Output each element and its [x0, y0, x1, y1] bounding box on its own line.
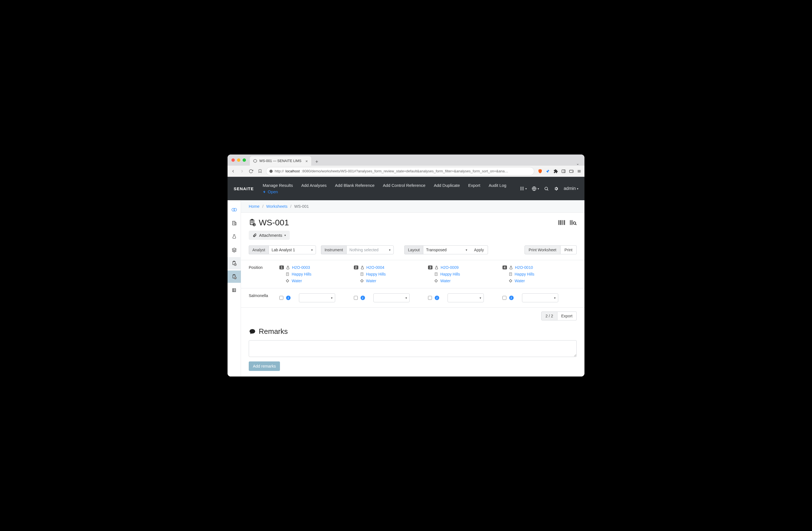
- row-checkbox[interactable]: [428, 296, 432, 300]
- attachments-button[interactable]: Attachments ▾: [249, 231, 290, 240]
- main-content: Home / Worksheets / WS-001 WS-001 Attach…: [241, 200, 584, 376]
- extension-pin-icon[interactable]: [546, 169, 550, 174]
- extensions-icon[interactable]: [553, 169, 558, 174]
- apply-button[interactable]: Apply: [470, 245, 488, 254]
- svg-rect-90: [435, 279, 437, 282]
- sample-link[interactable]: H2O-0004: [366, 265, 385, 270]
- nav-add-duplicate[interactable]: Add Duplicate: [434, 183, 460, 188]
- info-icon[interactable]: i: [361, 296, 365, 300]
- back-button[interactable]: [230, 169, 236, 174]
- apps-menu[interactable]: ▾: [520, 186, 527, 191]
- result-select[interactable]: [448, 293, 484, 302]
- client-link[interactable]: Happy Hills: [292, 272, 311, 276]
- print-worksheet-button[interactable]: Print Worksheet: [524, 245, 561, 254]
- site-info-icon: [269, 169, 273, 173]
- top-nav: Manage Results Add Analyses Add Blank Re…: [263, 180, 514, 197]
- analyst-select[interactable]: Lab Analyst 1: [269, 245, 316, 254]
- sampletype-link[interactable]: Water: [292, 278, 302, 283]
- close-window-icon[interactable]: [231, 158, 235, 162]
- search-icon[interactable]: [544, 186, 549, 191]
- svg-point-22: [234, 208, 237, 211]
- sidebar-item-reports[interactable]: [228, 284, 241, 296]
- address-bar[interactable]: http://localhost:8080/demo/worksheets/WS…: [266, 167, 534, 175]
- breadcrumb-home[interactable]: Home: [249, 204, 260, 209]
- client-link[interactable]: Happy Hills: [366, 272, 386, 276]
- instrument-control: Instrument Nothing selected: [321, 245, 394, 254]
- row-checkbox[interactable]: [279, 296, 283, 300]
- brave-shield-icon[interactable]: [538, 169, 542, 174]
- sampletype-link[interactable]: Water: [366, 278, 376, 283]
- new-tab-button[interactable]: +: [313, 158, 321, 166]
- result-select[interactable]: [373, 293, 410, 302]
- brand-logo[interactable]: SENAITE: [234, 186, 254, 191]
- nav-add-blank-reference[interactable]: Add Blank Reference: [335, 183, 375, 188]
- diamond-icon: [509, 279, 512, 283]
- browser-tab[interactable]: WS-001 — SENAITE LIMS ×: [250, 156, 311, 166]
- row-checkbox[interactable]: [503, 296, 506, 300]
- client-link[interactable]: Happy Hills: [515, 272, 535, 276]
- info-icon[interactable]: i: [286, 296, 291, 300]
- sidebar: [228, 200, 241, 376]
- barcode-search-icon[interactable]: [570, 220, 577, 225]
- sampletype-link[interactable]: Water: [515, 278, 525, 283]
- nav-add-analyses[interactable]: Add Analyses: [301, 183, 327, 188]
- breadcrumb-worksheets[interactable]: Worksheets: [266, 204, 288, 209]
- instrument-select[interactable]: Nothing selected: [346, 245, 394, 254]
- sidepanel-icon[interactable]: [561, 169, 566, 174]
- sidebar-item-batches[interactable]: [228, 244, 241, 256]
- sample-link[interactable]: H2O-0009: [440, 265, 459, 270]
- info-icon[interactable]: i: [435, 296, 439, 300]
- flask-icon: [435, 266, 438, 270]
- sidebar-item-worksheets[interactable]: [228, 271, 241, 283]
- remarks-textarea[interactable]: [249, 340, 577, 357]
- sidebar-item-dashboard[interactable]: [228, 204, 241, 216]
- client-link[interactable]: Happy Hills: [440, 272, 460, 276]
- svg-rect-9: [522, 187, 523, 188]
- pager[interactable]: 2 / 2: [541, 312, 557, 320]
- info-icon[interactable]: i: [509, 296, 513, 300]
- minimize-window-icon[interactable]: [237, 158, 241, 162]
- wallet-icon[interactable]: [569, 169, 574, 174]
- layout-select[interactable]: Transposed: [423, 245, 470, 254]
- language-menu[interactable]: ▾: [532, 186, 539, 191]
- nav-manage-results[interactable]: Manage Results: [263, 183, 293, 188]
- sampletype-link[interactable]: Water: [440, 278, 451, 283]
- nav-audit-log[interactable]: Audit Log: [489, 183, 506, 188]
- breadcrumb-current: WS-001: [294, 204, 309, 209]
- nav-add-control-reference[interactable]: Add Control Reference: [383, 183, 425, 188]
- url-host: localhost: [286, 169, 300, 173]
- sidebar-item-samples[interactable]: [228, 230, 241, 243]
- reload-button[interactable]: [248, 169, 254, 174]
- sidebar-item-clients[interactable]: [228, 217, 241, 229]
- position-col-4: 4H2O-0010 Happy Hills Water: [503, 265, 577, 283]
- maximize-window-icon[interactable]: [243, 158, 246, 162]
- barcode-icon[interactable]: [558, 220, 565, 225]
- worksheet-icon: [249, 219, 256, 226]
- svg-rect-15: [522, 189, 523, 190]
- row-checkbox[interactable]: [354, 296, 358, 300]
- nav-export[interactable]: Export: [468, 183, 480, 188]
- result-select[interactable]: [522, 293, 558, 302]
- tabs-dropdown-icon[interactable]: ⌄: [573, 161, 582, 166]
- position-row: Position 1 H2O-0003 Happy Hills Water 2H…: [241, 260, 584, 288]
- settings-icon[interactable]: [554, 186, 559, 191]
- instrument-label: Instrument: [321, 245, 346, 254]
- user-menu[interactable]: admin▾: [564, 186, 578, 191]
- svg-rect-11: [520, 188, 521, 189]
- sample-link[interactable]: H2O-0003: [292, 265, 310, 270]
- nav-state-open[interactable]: Open: [263, 189, 278, 194]
- sample-link[interactable]: H2O-0010: [515, 265, 533, 270]
- svg-rect-10: [523, 187, 524, 188]
- bookmark-icon[interactable]: [257, 169, 263, 174]
- close-tab-icon[interactable]: ×: [305, 159, 308, 163]
- print-button[interactable]: Print: [561, 245, 577, 254]
- window-controls: [231, 158, 246, 162]
- add-remarks-button[interactable]: Add remarks: [249, 361, 280, 371]
- building-icon: [360, 272, 364, 276]
- svg-rect-60: [571, 220, 572, 225]
- result-select[interactable]: [299, 293, 335, 302]
- forward-button[interactable]: [239, 169, 245, 174]
- menu-icon[interactable]: [577, 169, 582, 174]
- export-button[interactable]: Export: [557, 312, 577, 320]
- sidebar-item-worksheets-add[interactable]: [228, 257, 241, 269]
